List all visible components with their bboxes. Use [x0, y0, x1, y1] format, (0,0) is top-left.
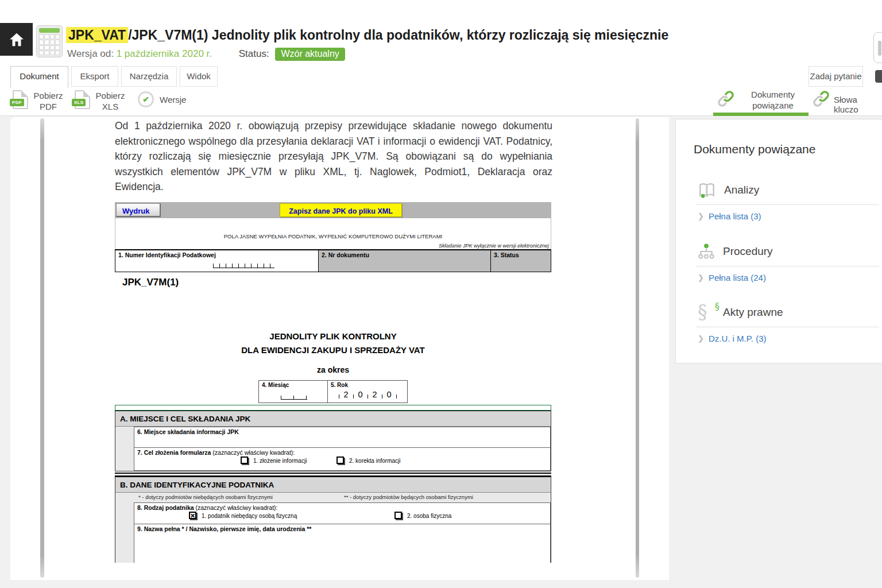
electronic-note: Składanie JPK wyłącznie w wersji elektro… — [115, 239, 551, 249]
version-date: 1 października 2020 r. — [117, 48, 212, 59]
form-toolbar: Wydruk Zapisz dane JPK do pliku XML — [115, 202, 551, 218]
related-documents-panel: Dokumenty powiązane Analizy ❯ Pełna list… — [675, 119, 882, 363]
form-title-line1: JEDNOLITY PLIK KONTROLNY — [115, 330, 551, 343]
checkbox-osoba-fizyczna[interactable] — [394, 512, 402, 519]
check-circle-icon: ✔ — [138, 91, 154, 107]
year-digits: 2 0 2 0 — [331, 390, 404, 399]
footnote-1: * - dotyczy podmiotów niebędących osobam… — [138, 494, 273, 500]
clipped-tab-icon[interactable] — [875, 70, 882, 83]
chevron-right-icon: ❯ — [698, 334, 704, 343]
link-analizy-pelna-lista[interactable]: ❯ Pełna lista (3) — [698, 211, 879, 221]
pdf-file-icon: PDF — [13, 90, 28, 109]
book-icon — [698, 181, 716, 199]
home-button[interactable] — [0, 23, 33, 56]
divider — [695, 266, 879, 266]
field-nip: 1. Numer Identyfikacji Podatkowej — [115, 250, 319, 272]
save-xml-button[interactable]: Zapisz dane JPK do pliku XML — [280, 203, 402, 217]
link-text[interactable]: Pełna lista (3) — [709, 211, 761, 221]
chevron-right-icon: ❯ — [698, 212, 704, 220]
form-preview: Wydruk Zapisz dane JPK do pliku XML POLA… — [115, 202, 551, 563]
month-digit-ruler — [281, 396, 307, 400]
title-rest: /JPK_V7M(1) Jednolity plik kontrolny dla… — [128, 28, 668, 42]
tab-narzedzia[interactable]: Narzędzia — [121, 66, 177, 87]
group-analizy-header[interactable]: Analizy — [698, 180, 879, 200]
double-divider — [115, 473, 551, 477]
group-procedury: Procedury ❯ Pełna lista (24) — [698, 241, 879, 283]
link-text[interactable]: Dz.U. i M.P. (3) — [709, 334, 767, 343]
field-month: 4. Miesiąc — [259, 381, 328, 403]
footnote-2: ** - dotyczy podmiotów będących osobami … — [344, 494, 473, 500]
section-a-title: A. MIEJSCE I CEL SKŁADANIA JPK — [115, 411, 551, 427]
group-akty-prawne-label: Akty prawne — [723, 306, 783, 319]
footnotes-row: * - dotyczy podmiotów niebędących osobam… — [134, 493, 551, 502]
page-title: JPK_VAT/JPK_V7M(1) Jednolity plik kontro… — [66, 28, 668, 43]
form-code: JPK_V7M(1) — [115, 272, 551, 330]
group-analizy: Analizy ❯ Pełna lista (3) — [698, 180, 879, 221]
checkbox-niebedacy-osoba-fizyczna[interactable]: ✕ — [189, 512, 196, 519]
title-search-highlight: JPK_VAT — [66, 27, 128, 43]
group-akty-prawne-header[interactable]: § § Akty prawne — [698, 302, 879, 323]
status-label: Status: — [239, 48, 269, 59]
related-documents-label: Dokumentypowiązane — [740, 89, 806, 111]
group-procedury-label: Procedury — [723, 245, 773, 258]
document-paragraph: Od 1 października 2020 r. obowiązują prz… — [115, 118, 552, 195]
paragraph-icon: § § — [698, 303, 715, 322]
tab-widok[interactable]: Widok — [180, 66, 218, 87]
right-scrollbar[interactable] — [636, 118, 639, 578]
panel-title: Dokumenty powiązane — [694, 142, 815, 156]
section-b-title: B. DANE IDENTYFIKACYJNE PODATNIKA — [115, 477, 551, 493]
section-a: A. MIEJSCE I CEL SKŁADANIA JPK 6. Miejsc… — [115, 411, 551, 471]
field-6-row: 6. Miejsce składania informacji JPK — [134, 427, 551, 448]
tab-eksport[interactable]: Eksport — [71, 66, 118, 87]
link-icon — [812, 90, 830, 108]
tab-dokument[interactable]: Dokument — [10, 66, 68, 88]
checkbox-korekta[interactable] — [336, 457, 344, 464]
form-title-line2: DLA EWIDENCJI ZAKUPU I SPRZEDAŻY VAT — [115, 343, 551, 357]
option-zlozenie-label: 1. złożenie informacji — [253, 458, 307, 464]
field-status: 3. Status — [491, 250, 551, 272]
spreadsheet-icon — [36, 25, 63, 57]
group-analizy-label: Analizy — [724, 184, 759, 196]
version-label: Wersja od: — [67, 48, 114, 59]
checkbox-zlozenie[interactable] — [241, 457, 248, 464]
form-header-row: 1. Numer Identyfikacji Podatkowej 2. Nr … — [115, 249, 551, 272]
period-table: 4. Miesiąc 5. Rok 2 0 2 0 — [258, 380, 408, 403]
group-akty-prawne: § § Akty prawne ❯ Dz.U. i M.P. (3) — [698, 302, 879, 343]
green-divider — [115, 405, 551, 411]
field-9-row: 9. Nazwa pełna * / Nazwisko, pierwsze im… — [134, 524, 551, 563]
active-toolbar-underline — [713, 113, 808, 116]
field-year: 5. Rok 2 0 2 0 — [328, 381, 407, 403]
link-procedury-pelna-lista[interactable]: ❯ Pełna lista (24) — [698, 273, 879, 283]
field-nr-dokumentu: 2. Nr dokumentu — [319, 250, 491, 272]
fill-instruction: POLA JASNE WYPEŁNIA PODATNIK, WYPEŁNIĆ K… — [115, 218, 551, 239]
option-korekta-label: 2. korekta informacji — [349, 458, 400, 464]
left-scrollbar[interactable] — [40, 118, 44, 578]
versions-label: Wersje — [160, 95, 186, 105]
divider — [695, 204, 879, 205]
field-7-row: 7. Cel złożenia formularza (zaznaczyć wł… — [134, 448, 551, 471]
link-text[interactable]: Pełna lista (24) — [709, 273, 766, 283]
app-window: JPK_VAT/JPK_V7M(1) Jednolity plik kontro… — [0, 0, 882, 588]
tab-zadaj-pytanie[interactable]: Zadaj pytanie — [808, 66, 863, 87]
divider — [695, 327, 879, 327]
org-tree-icon — [698, 243, 715, 260]
download-xls-label: PobierzXLS — [92, 90, 129, 112]
option-niebedacy-label: 1. podatnik niebędący osobą fizyczną — [202, 513, 297, 519]
option-osoba-fizyczna-label: 2. osoba fizyczna — [407, 513, 451, 519]
keywords-label: Słowa kluczo — [834, 95, 882, 114]
chevron-right-icon: ❯ — [698, 273, 704, 282]
link-dzu-imp[interactable]: ❯ Dz.U. i M.P. (3) — [698, 334, 879, 343]
status-badge: Wzór aktualny — [275, 48, 345, 61]
field-8-row: 8. Rodzaj podatnika (zaznaczyć właściwy … — [134, 502, 551, 524]
clipped-corner-button[interactable] — [873, 32, 882, 63]
xls-badge: XLS — [72, 99, 86, 106]
group-procedury-header[interactable]: Procedury — [698, 241, 879, 262]
link-icon — [717, 90, 735, 108]
period-label: za okres — [115, 365, 551, 374]
home-icon — [8, 31, 25, 48]
download-pdf-label: PobierzPDF — [30, 90, 67, 112]
xls-file-icon: XLS — [75, 90, 90, 109]
form-instructions: POLA JASNE WYPEŁNIA PODATNIK, WYPEŁNIĆ K… — [115, 218, 551, 249]
print-button[interactable]: Wydruk — [116, 203, 161, 217]
nip-digit-ruler — [213, 264, 274, 268]
